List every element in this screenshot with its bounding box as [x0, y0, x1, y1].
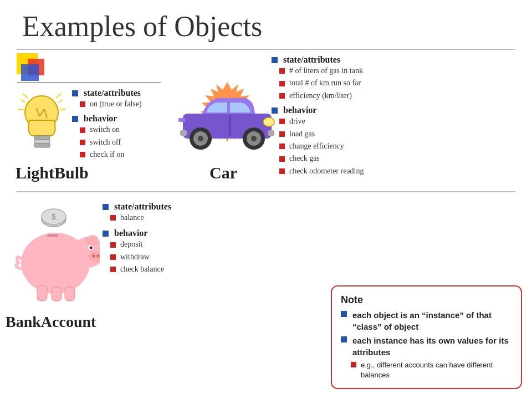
car-image: [172, 80, 283, 152]
decorative-squares: [17, 53, 55, 89]
lightbulb-behavior-item-1: switch off: [72, 136, 142, 149]
bank-behavior-header: behavior: [103, 228, 171, 238]
car-behavior-item-1: load gas: [272, 128, 364, 140]
bullet-red-icon: [80, 152, 85, 157]
car-info: state/attributes # of liters of gas in t…: [272, 53, 364, 177]
car-behavior-header: behavior: [272, 105, 364, 115]
lightbulb-behavior-item-0: switch on: [72, 124, 142, 136]
svg-rect-38: [47, 234, 58, 237]
lightbulb-label: LightBulb: [16, 163, 89, 182]
bank-state-header: state/attributes: [103, 202, 171, 212]
svg-point-34: [92, 254, 95, 258]
bullet-icon: [103, 231, 109, 237]
title-divider: [17, 49, 515, 50]
svg-line-8: [18, 109, 24, 110]
svg-line-9: [23, 94, 28, 98]
bankaccount-label: BankAccount: [6, 313, 96, 331]
svg-rect-6: [34, 144, 50, 147]
bullet-red-icon: [110, 242, 116, 248]
bullet-icon: [272, 57, 278, 63]
svg-point-21: [263, 117, 274, 126]
car-behavior-item-3: check gas: [272, 152, 364, 165]
bullet-red-icon: [110, 254, 116, 260]
svg-point-20: [251, 136, 257, 141]
svg-line-10: [58, 100, 63, 103]
bullet-icon: [72, 116, 78, 122]
svg-rect-22: [180, 130, 187, 136]
bullet-red-icon: [279, 156, 285, 162]
svg-line-12: [56, 94, 61, 98]
svg-rect-23: [268, 130, 274, 136]
bullet-icon: [341, 336, 347, 342]
bullet-red-icon: [80, 127, 85, 133]
svg-rect-25: [178, 118, 185, 122]
section-divider: [17, 191, 515, 192]
bank-state-item-0: balance: [103, 212, 171, 224]
bullet-red-icon: [110, 267, 116, 272]
bullet-icon: [341, 311, 347, 317]
svg-rect-39: [37, 285, 47, 301]
bullet-red-icon: [110, 215, 116, 221]
lightbulb-state-header: state/attributes: [72, 88, 142, 98]
svg-point-37: [90, 247, 93, 249]
lightbulb-info: state/attributes on (true or false) beha…: [72, 86, 142, 161]
piggy-bank-image: $: [8, 197, 100, 308]
bullet-icon: [72, 90, 78, 96]
note-box: Note each object is an “instance” of tha…: [331, 285, 522, 389]
svg-rect-5: [34, 140, 50, 144]
car-state-header: state/attributes: [272, 55, 364, 65]
lightbulb-state-item-0: on (true or false): [72, 98, 142, 110]
car-behavior-item-4: check odometer reading: [272, 165, 364, 177]
svg-text:$: $: [52, 212, 56, 221]
car-label: Car: [209, 163, 237, 182]
bank-behavior-item-0: deposit: [103, 238, 171, 250]
car-state-item-1: total # of km run so far: [272, 77, 364, 89]
bank-behavior-item-1: withdraw: [103, 251, 171, 263]
bullet-red-icon: [351, 362, 356, 367]
lightbulb-divider: [17, 82, 161, 83]
bullet-red-icon: [80, 101, 85, 107]
note-sub-0: e.g., different accounts can have differ…: [341, 360, 512, 380]
bullet-red-icon: [80, 140, 85, 145]
car-state-item-0: # of liters of gas in tank: [272, 65, 364, 77]
car-state-item-2: efficiency (km/liter): [272, 90, 364, 102]
note-item-1: each instance has its own values for its…: [341, 335, 512, 358]
blue-square: [21, 64, 39, 81]
svg-line-7: [21, 100, 25, 103]
bullet-red-icon: [279, 168, 285, 174]
bullet-red-icon: [279, 68, 285, 74]
svg-rect-4: [34, 136, 50, 140]
lightbulb-behavior-item-2: check if on: [72, 149, 142, 161]
svg-point-17: [198, 136, 203, 141]
lightbulb-image: [16, 86, 68, 158]
bullet-icon: [103, 204, 109, 210]
svg-point-32: [89, 237, 96, 243]
car-behavior-item-2: change efficiency: [272, 140, 364, 152]
bankaccount-info: state/attributes balance behavior deposi…: [103, 200, 171, 276]
lightbulb-behavior-header: behavior: [72, 114, 142, 124]
svg-rect-40: [52, 287, 62, 301]
page-title: Examples of Objects: [0, 0, 532, 48]
note-item-0: each object is an “instance” of that “cl…: [341, 309, 512, 332]
svg-rect-41: [65, 287, 75, 301]
note-title: Note: [341, 294, 512, 306]
svg-line-11: [60, 109, 65, 110]
bank-behavior-item-2: check balance: [103, 263, 171, 275]
car-behavior-item-0: drive: [272, 115, 364, 127]
svg-point-35: [96, 254, 100, 258]
